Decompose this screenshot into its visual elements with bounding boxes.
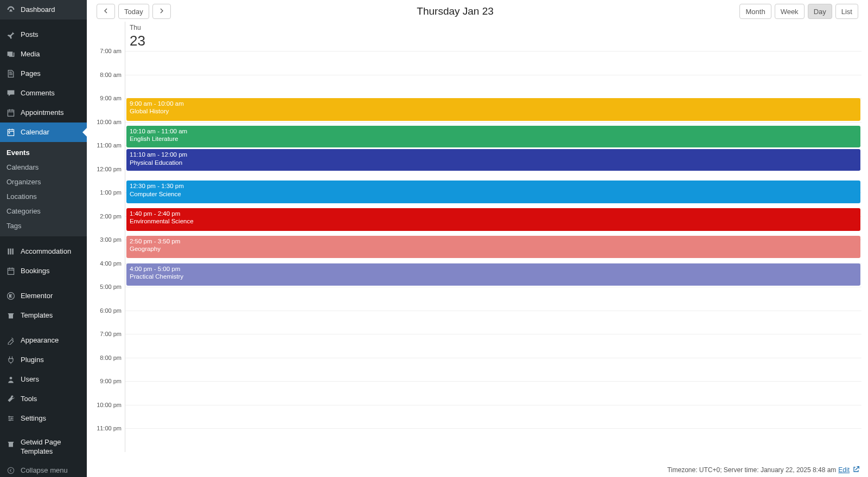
calendar-event[interactable]: 1:40 pm - 2:40 pmEnvironmental Science: [126, 208, 860, 231]
sidebar-item-label: Comments: [21, 89, 55, 98]
sidebar-subitem-organizers[interactable]: Organizers: [0, 175, 87, 189]
tools-icon: [5, 394, 16, 404]
event-time: 10:10 am - 11:00 am: [130, 127, 857, 135]
sidebar-subitem-tags[interactable]: Tags: [0, 218, 87, 233]
sidebar-item-calendar[interactable]: Calendar: [0, 123, 87, 142]
sidebar-subitem-categories[interactable]: Categories: [0, 204, 87, 218]
sidebar-item-dashboard[interactable]: Dashboard: [0, 0, 87, 20]
hour-line: [125, 405, 861, 405]
view-week-button[interactable]: Week: [775, 4, 805, 19]
sidebar-item-comments[interactable]: Comments: [0, 83, 87, 103]
footer-bar: Timezone: UTC+0; Server time: January 22…: [87, 463, 868, 477]
sidebar-subitem-events[interactable]: Events: [0, 145, 87, 160]
sidebar-item-users[interactable]: Users: [0, 370, 87, 389]
sidebar-item-media[interactable]: Media: [0, 44, 87, 64]
time-label: 2:00 pm: [100, 213, 122, 220]
users-icon: [5, 374, 16, 385]
edit-timezone-link[interactable]: Edit: [838, 466, 850, 474]
view-day-button[interactable]: Day: [808, 4, 832, 19]
sidebar-item-posts[interactable]: Posts: [0, 25, 87, 44]
hour-line: [125, 428, 861, 429]
time-label: 1:00 pm: [100, 189, 122, 196]
event-time: 2:50 pm - 3:50 pm: [130, 237, 857, 245]
time-label: 11:00 am: [97, 142, 122, 149]
appearance-icon: [5, 335, 16, 346]
sidebar-item-pages[interactable]: Pages: [0, 64, 87, 83]
collapse-menu-button[interactable]: Collapse menu: [0, 461, 87, 477]
external-link-icon: [852, 465, 860, 475]
sidebar-item-getwid-page-templates[interactable]: Getwid Page Templates: [0, 434, 87, 461]
sidebar-item-plugins[interactable]: Plugins: [0, 350, 87, 370]
today-button[interactable]: Today: [118, 4, 149, 19]
calendar-event[interactable]: 11:10 am - 12:00 pmPhysical Education: [126, 149, 860, 171]
sidebar-item-label: Posts: [21, 30, 39, 40]
settings-icon: [5, 413, 16, 424]
calendar-grid: 7:00 am8:00 am9:00 am10:00 am11:00 am12:…: [87, 22, 868, 463]
time-slots[interactable]: 9:00 am - 10:00 amGlobal History10:10 am…: [125, 51, 861, 452]
time-label: 9:00 pm: [100, 378, 122, 384]
sidebar-item-label: Plugins: [21, 356, 44, 365]
time-label: 10:00 am: [97, 119, 122, 125]
sidebar-item-label: Media: [21, 50, 40, 59]
sidebar-item-accommodation[interactable]: Accommodation: [0, 242, 87, 261]
view-list-button[interactable]: List: [835, 4, 858, 19]
appointments-icon: [5, 107, 16, 118]
collapse-label: Collapse menu: [21, 466, 68, 474]
calendar-event[interactable]: 10:10 am - 11:00 amEnglish Literature: [126, 126, 860, 147]
day-number-label: 23: [130, 33, 858, 49]
hour-line: [125, 51, 861, 51]
calendar-event[interactable]: 2:50 pm - 3:50 pmGeography: [126, 236, 860, 259]
event-time: 11:10 am - 12:00 pm: [130, 151, 857, 158]
comments-icon: [5, 88, 16, 99]
sidebar-subitem-locations[interactable]: Locations: [0, 189, 87, 204]
calendar-toolbar: Today Thursday Jan 23 Month Week Day Lis…: [87, 0, 868, 22]
time-label: 6:00 pm: [100, 307, 122, 314]
svg-rect-0: [9, 132, 10, 133]
view-month-button[interactable]: Month: [739, 4, 771, 19]
time-label: 4:00 pm: [100, 260, 122, 267]
sidebar-item-settings[interactable]: Settings: [0, 409, 87, 428]
pages-icon: [5, 68, 16, 79]
event-title: English Literature: [130, 135, 857, 143]
calendar-event[interactable]: 12:30 pm - 1:30 pmComputer Science: [126, 181, 860, 203]
calendar-event[interactable]: 4:00 pm - 5:00 pmPractical Chemistry: [126, 263, 860, 286]
hour-line: [125, 334, 861, 334]
next-button[interactable]: [152, 4, 171, 19]
hour-line: [125, 381, 861, 382]
sidebar-subitem-calendars[interactable]: Calendars: [0, 160, 87, 175]
sidebar-item-appearance[interactable]: Appearance: [0, 331, 87, 350]
time-label: 12:00 pm: [97, 166, 122, 172]
sidebar-item-bookings[interactable]: Bookings: [0, 261, 87, 281]
event-time: 12:30 pm - 1:30 pm: [130, 182, 857, 190]
templates-icon: [5, 310, 16, 321]
hour-line: [125, 358, 861, 358]
sidebar-item-label: Accommodation: [21, 247, 71, 256]
time-label: 7:00 pm: [100, 331, 122, 337]
sidebar-item-label: Bookings: [21, 267, 49, 276]
sidebar-item-appointments[interactable]: Appointments: [0, 103, 87, 123]
sidebar-item-label: Calendar: [21, 128, 49, 137]
time-label: 8:00 pm: [100, 354, 122, 361]
time-gutter: 7:00 am8:00 am9:00 am10:00 am11:00 am12:…: [94, 22, 125, 452]
sidebar-item-elementor[interactable]: Elementor: [0, 286, 87, 306]
calendar-main: Today Thursday Jan 23 Month Week Day Lis…: [87, 0, 868, 477]
time-label: 3:00 pm: [100, 236, 122, 243]
event-title: Computer Science: [130, 190, 857, 198]
admin-sidebar: DashboardPostsMediaPagesCommentsAppointm…: [0, 0, 87, 477]
calendar-event[interactable]: 9:00 am - 10:00 amGlobal History: [126, 98, 860, 121]
sidebar-item-tools[interactable]: Tools: [0, 389, 87, 409]
hour-line: [125, 287, 861, 287]
event-time: 4:00 pm - 5:00 pm: [130, 265, 857, 273]
time-label: 9:00 am: [100, 95, 122, 101]
elementor-icon: [5, 291, 16, 301]
calendar-title: Thursday Jan 23: [417, 5, 494, 17]
sidebar-submenu: EventsCalendarsOrganizersLocationsCatego…: [0, 142, 87, 236]
sidebar-item-label: Templates: [21, 311, 53, 320]
hour-line: [125, 122, 861, 123]
event-title: Geography: [130, 245, 857, 253]
sidebar-item-templates[interactable]: Templates: [0, 306, 87, 325]
pin-icon: [5, 29, 16, 40]
sidebar-item-label: Getwid Page Templates: [21, 438, 82, 456]
plugins-icon: [5, 354, 16, 365]
prev-button[interactable]: [97, 4, 115, 19]
